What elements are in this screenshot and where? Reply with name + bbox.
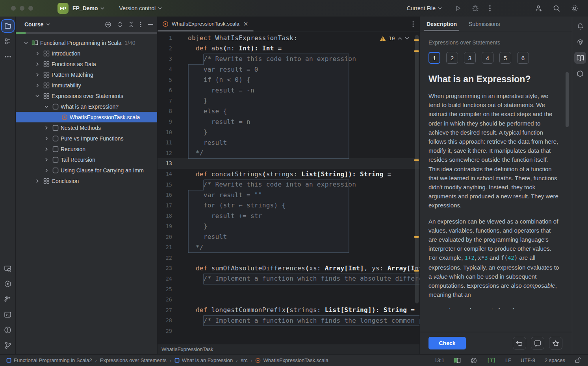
code-line-27[interactable]: 27 def longestCommonPrefix(strings: List… (158, 305, 419, 315)
unlocked-icon[interactable] (575, 357, 581, 364)
tree-expand-toggle[interactable] (42, 137, 51, 140)
task-number-button-2[interactable]: 2 (446, 52, 458, 64)
select-opened-file-icon[interactable] (105, 21, 111, 28)
version-control-tool-button[interactable] (2, 339, 14, 351)
code-line-24[interactable]: 24 /* Implement a function which finds t… (158, 274, 419, 284)
hide-panel-icon[interactable] (148, 24, 153, 25)
tree-expand-toggle[interactable] (42, 126, 51, 130)
tree-expand-toggle[interactable] (33, 73, 42, 77)
expand-all-icon[interactable] (118, 21, 122, 28)
tree-expand-toggle[interactable] (33, 83, 42, 87)
code-line-11[interactable]: 11 result (158, 137, 419, 148)
more-tool-windows-button[interactable] (2, 51, 14, 63)
tree-expand-toggle[interactable] (33, 62, 42, 66)
macos-window-controls[interactable] (11, 6, 33, 11)
editor-scrollbar[interactable] (415, 35, 419, 303)
task-number-button-5[interactable]: 5 (499, 52, 511, 64)
tab-submissions[interactable]: Submissions (469, 21, 500, 31)
code-line-21[interactable]: 21 */ (158, 242, 419, 253)
rate-task-button[interactable] (549, 337, 562, 349)
tree-item-expressions-over-statements[interactable]: Expressions over Statements (16, 91, 157, 101)
breadcrumb-item[interactable]: Expressions over Statements (100, 357, 167, 363)
project-tool-button[interactable] (2, 20, 14, 32)
code-line-4[interactable]: 4 var result = 0 (158, 64, 419, 75)
run-button[interactable] (454, 5, 462, 12)
tab-description[interactable]: Description (427, 21, 457, 31)
tree-item-nested-methods[interactable]: Nested Methods (16, 122, 157, 133)
find-tool-button[interactable] (2, 262, 14, 274)
code-line-17[interactable]: 17 for (str ← strings) { (158, 200, 419, 211)
editor-breadcrumb-item[interactable]: WhatIsExpressionTask (161, 346, 213, 352)
code-line-29[interactable]: 29 (158, 326, 419, 336)
code-line-13[interactable]: 13 (158, 158, 419, 169)
editor-breadcrumbs-bar[interactable]: WhatIsExpressionTask (158, 344, 419, 354)
caret-position-widget[interactable]: 13:1 (434, 357, 444, 363)
notifications-button[interactable] (574, 20, 586, 32)
encoding-widget[interactable]: UTF-8 (521, 357, 535, 363)
editor-tab[interactable]: WhatIsExpressionTask.scala ✕ (158, 17, 254, 31)
breadcrumb-item[interactable]: src (241, 357, 247, 363)
tree-item-functions-as-data[interactable]: Functions as Data (16, 59, 157, 69)
project-menu[interactable]: FP_Demo (72, 5, 104, 11)
warning-stripe-mark[interactable] (414, 159, 419, 161)
version-control-menu[interactable]: Version control (119, 5, 162, 11)
warning-stripe-mark[interactable] (414, 236, 419, 238)
tree-expand-toggle[interactable] (33, 95, 42, 97)
tree-expand-toggle[interactable] (22, 42, 30, 44)
breadcrumb-item[interactable]: What is an Expression (174, 357, 233, 363)
task-number-button-3[interactable]: 3 (464, 52, 476, 64)
tree-item-tail-recursion[interactable]: Tail Recursion (16, 154, 157, 165)
tree-expand-toggle[interactable] (33, 179, 42, 183)
previous-problem-icon[interactable] (398, 37, 402, 40)
course-progress-book-icon[interactable] (454, 357, 461, 364)
run-tool-button[interactable] (2, 278, 14, 290)
structure-tool-button[interactable] (2, 35, 14, 47)
tree-item-introduction[interactable]: Introduction (16, 48, 157, 59)
task-number-button-6[interactable]: 6 (517, 52, 529, 64)
ai-assistant-button[interactable] (574, 36, 586, 48)
code-line-7[interactable]: 7 } (158, 96, 419, 106)
code-line-3[interactable]: 3 /* Rewrite this code into an expressio… (158, 54, 419, 64)
code-line-15[interactable]: 15 /* Rewrite this code into an expressi… (158, 179, 419, 190)
tree-expand-toggle[interactable] (42, 158, 51, 162)
code-line-6[interactable]: 6 result = -n (158, 85, 419, 96)
tree-item-what-is-an-expression[interactable]: What is an Expression? (16, 101, 157, 112)
code-line-9[interactable]: 9 result = n (158, 116, 419, 127)
tree-item-pattern-matching[interactable]: Pattern Matching (16, 69, 157, 80)
task-number-button-1[interactable]: 1 (428, 52, 440, 64)
indent-widget[interactable]: 2 spaces (545, 357, 565, 363)
search-everywhere-button[interactable] (553, 5, 560, 12)
code-line-14[interactable]: 14 def concatStrings(strings: List[Strin… (158, 169, 419, 179)
tree-item-conclusion[interactable]: Conclusion (16, 176, 157, 186)
code-line-12[interactable]: 12 */ (158, 148, 419, 159)
run-configuration-selector[interactable]: Current File (407, 5, 442, 11)
code-line-23[interactable]: 23 def sumOfAbsoluteDifferences(xs: Arra… (158, 263, 419, 274)
code-line-19[interactable]: 19 } (158, 221, 419, 232)
code-line-5[interactable]: 5 if (n < 0) { (158, 74, 419, 85)
terminal-tool-button[interactable] (2, 309, 14, 320)
code-with-me-button[interactable] (535, 4, 543, 12)
zoom-window-icon[interactable] (28, 6, 33, 11)
tab-options-icon[interactable] (412, 21, 414, 27)
warning-stripe-mark[interactable] (414, 270, 419, 272)
tree-expand-toggle[interactable] (42, 168, 51, 172)
panel-options-icon[interactable] (140, 21, 141, 28)
inspections-widget[interactable]: 10 (380, 35, 409, 41)
code-line-18[interactable]: 18 result += str (158, 211, 419, 221)
settings-gear-icon[interactable] (571, 4, 579, 12)
tree-item-pure-vs-impure-functions[interactable]: Pure vs Impure Functions (16, 133, 157, 144)
breadcrumb-item[interactable]: WhatIsExpressionTask.scala (255, 357, 328, 363)
tree-item-whatisexpressiontask-scala[interactable]: WhatIsExpressionTask.scala (16, 112, 157, 122)
breadcrumb-item[interactable]: Functional Programming in Scala2 (6, 357, 92, 363)
chevron-down-icon[interactable] (46, 23, 50, 26)
warning-stripe-mark[interactable] (414, 39, 419, 41)
course-description-button[interactable] (574, 52, 586, 64)
close-window-icon[interactable] (11, 6, 16, 11)
line-separator-widget[interactable]: LF (505, 357, 511, 363)
more-actions-menu[interactable] (489, 5, 491, 12)
dependencies-button[interactable] (574, 68, 586, 79)
collapse-all-icon[interactable] (129, 21, 134, 28)
problems-tool-button[interactable] (2, 324, 14, 336)
next-problem-icon[interactable] (405, 37, 409, 40)
tree-expand-toggle[interactable] (33, 52, 42, 55)
